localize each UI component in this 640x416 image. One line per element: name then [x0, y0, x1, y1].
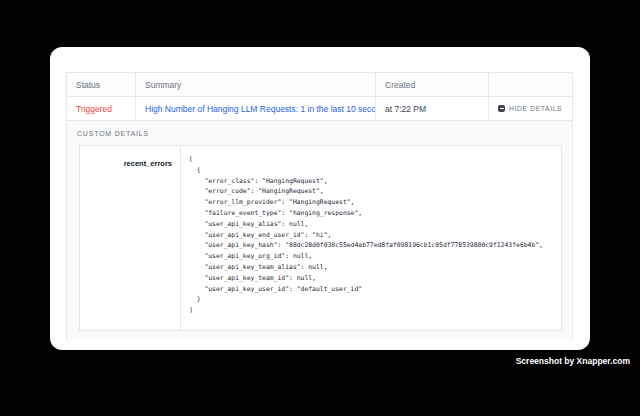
- alerts-table: Status Summary Created Triggered High Nu…: [66, 72, 573, 340]
- column-header-actions: [489, 73, 572, 96]
- created-cell: at 7:22 PM: [376, 97, 489, 120]
- json-code-column: [ { "error_class": "HangingRequest", "er…: [181, 146, 561, 330]
- hide-details-label: Hide Details: [509, 105, 562, 112]
- summary-cell: High Number of Hanging LLM Requests: 1 i…: [136, 97, 376, 120]
- column-header-created: Created: [376, 73, 489, 96]
- column-header-summary: Summary: [136, 73, 376, 96]
- field-label-column: recent_errors: [80, 146, 181, 330]
- column-header-status: Status: [67, 73, 136, 96]
- alert-summary-link[interactable]: High Number of Hanging LLM Requests: 1 i…: [145, 104, 376, 114]
- table-header-row: Status Summary Created: [67, 73, 572, 97]
- recent-errors-json: [ { "error_class": "HangingRequest", "er…: [181, 146, 561, 316]
- custom-details-box: recent_errors [ { "error_class": "Hangin…: [79, 145, 562, 331]
- field-label-recent-errors: recent_errors: [124, 159, 172, 168]
- actions-cell: Hide Details: [489, 97, 572, 120]
- hide-details-button[interactable]: Hide Details: [498, 105, 562, 112]
- custom-details-panel: Custom Details recent_errors [ { "error_…: [67, 121, 572, 341]
- page-background: { "colors": { "background": "#000000", "…: [0, 0, 640, 416]
- alert-row: Triggered High Number of Hanging LLM Req…: [67, 97, 572, 121]
- status-badge: Triggered: [76, 104, 112, 114]
- collapse-minus-icon: [498, 105, 505, 112]
- custom-details-title: Custom Details: [77, 130, 149, 137]
- alert-card: Status Summary Created Triggered High Nu…: [50, 47, 590, 350]
- status-cell: Triggered: [67, 97, 136, 120]
- watermark: Screenshot by Xnapper.com: [516, 356, 630, 366]
